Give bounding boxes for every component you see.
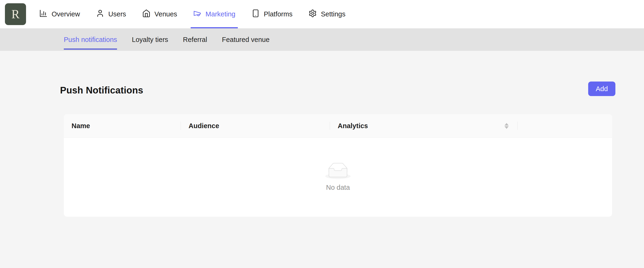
tab-featured-venue[interactable]: Featured venue [222, 28, 270, 51]
tab-label: Featured venue [222, 36, 270, 43]
megaphone-icon [193, 9, 202, 19]
nav-item-marketing[interactable]: Marketing [193, 0, 235, 28]
nav-item-venues[interactable]: Venues [142, 0, 177, 28]
column-header-audience: Audience [181, 114, 330, 138]
page-title: Push Notifications [60, 85, 143, 96]
tab-label: Push notifications [64, 36, 117, 43]
tab-push-notifications[interactable]: Push notifications [64, 28, 117, 51]
brand-logo[interactable]: R [5, 3, 26, 25]
caret-up-icon [504, 123, 509, 126]
add-button[interactable]: Add [588, 81, 616, 96]
sort-carets-icon[interactable] [504, 123, 509, 129]
home-icon [142, 9, 150, 19]
tab-loyalty-tiers[interactable]: Loyalty tiers [132, 28, 168, 51]
column-header-label: Name [72, 122, 90, 130]
tab-label: Referral [183, 36, 207, 43]
user-icon [96, 9, 104, 19]
gear-icon [308, 9, 317, 19]
caret-down-icon [504, 126, 509, 129]
smartphone-icon [252, 9, 260, 19]
column-header-label: Audience [188, 122, 219, 130]
tab-label: Loyalty tiers [132, 36, 168, 43]
main-content: Push Notifications Add Name Audience Ana… [0, 51, 644, 268]
marketing-tabbar: Push notifications Loyalty tiers Referra… [0, 28, 644, 51]
nav-item-users[interactable]: Users [96, 0, 126, 28]
nav-item-label: Venues [154, 10, 177, 18]
nav-item-label: Platforms [264, 10, 292, 18]
column-header-name: Name [64, 114, 181, 138]
nav-item-label: Users [108, 10, 126, 18]
nav-item-label: Settings [321, 10, 346, 18]
nav-item-label: Marketing [206, 10, 235, 18]
column-header-actions [518, 114, 612, 138]
brand-logo-letter: R [12, 7, 20, 21]
nav-item-label: Overview [52, 10, 80, 18]
nav-item-settings[interactable]: Settings [308, 0, 346, 28]
nav-item-platforms[interactable]: Platforms [252, 0, 292, 28]
push-notifications-table: Name Audience Analytics [64, 114, 612, 217]
tab-referral[interactable]: Referral [183, 28, 207, 51]
table-empty-state: No data [64, 138, 612, 217]
bar-chart-icon [39, 9, 48, 19]
main-nav: Overview Users Venues [39, 0, 346, 28]
empty-inbox-icon [325, 163, 350, 180]
nav-item-overview[interactable]: Overview [39, 0, 80, 28]
table-header-row: Name Audience Analytics [64, 114, 612, 138]
column-header-label: Analytics [338, 122, 368, 130]
top-navbar: R Overview Users V [0, 0, 644, 28]
column-header-analytics[interactable]: Analytics [330, 114, 518, 138]
empty-state-text: No data [326, 184, 350, 191]
